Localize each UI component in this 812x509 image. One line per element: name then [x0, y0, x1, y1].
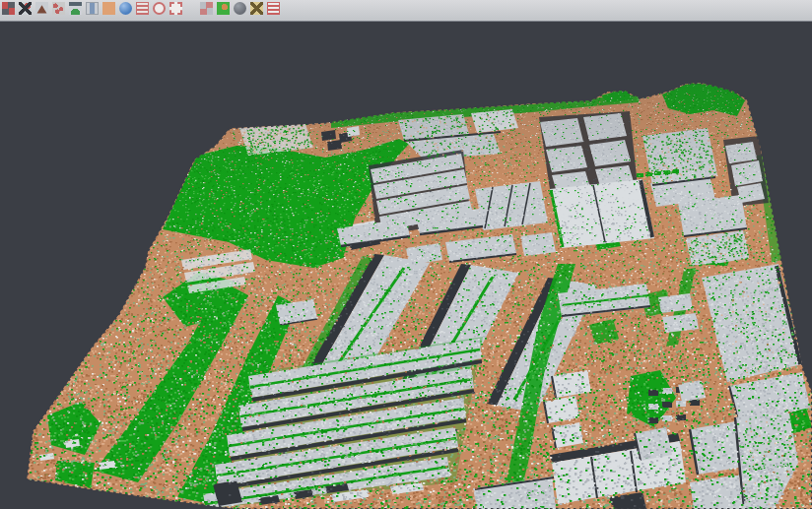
- viewport-3d[interactable]: [0, 23, 812, 509]
- dem-icon[interactable]: [69, 2, 82, 15]
- points-icon[interactable]: [52, 2, 65, 15]
- flag-icon[interactable]: [267, 2, 280, 15]
- extent-icon[interactable]: [169, 2, 182, 15]
- target-icon[interactable]: [153, 2, 166, 15]
- ortho-icon[interactable]: [102, 2, 115, 15]
- cut-icon[interactable]: [19, 2, 32, 15]
- clip-icon[interactable]: [250, 2, 263, 15]
- globe-icon[interactable]: [119, 2, 132, 15]
- profile-icon[interactable]: [136, 2, 149, 15]
- raster-icon[interactable]: [200, 2, 213, 15]
- mesh-icon[interactable]: [234, 2, 246, 15]
- toolbar: [0, 0, 812, 22]
- column-icon[interactable]: [86, 2, 99, 15]
- terrain-icon[interactable]: [35, 2, 48, 15]
- mountain-glyph: [35, 2, 48, 15]
- classification-icon[interactable]: [217, 2, 230, 15]
- open-file-icon[interactable]: [2, 2, 15, 15]
- point-cloud-scene[interactable]: [0, 23, 812, 509]
